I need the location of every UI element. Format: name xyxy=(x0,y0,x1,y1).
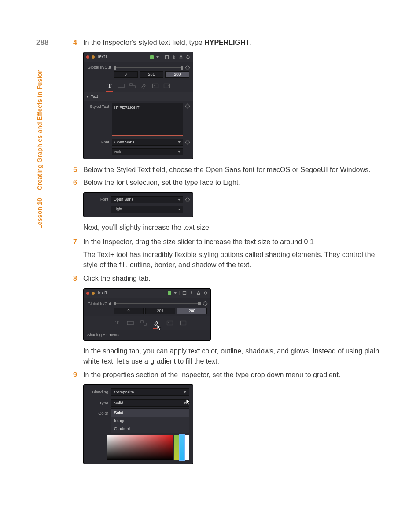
range-start-input[interactable]: 0 xyxy=(114,71,138,78)
pin-icon[interactable] xyxy=(189,291,194,295)
color-picker[interactable] xyxy=(107,435,189,460)
step-number: 6 xyxy=(68,177,83,187)
range-mid-input[interactable]: 201 xyxy=(145,308,175,314)
sidebar-lesson-label: Lesson 10 Creating Graphics and Effects … xyxy=(35,69,44,229)
new-window-icon[interactable] xyxy=(165,55,169,59)
step-4: 4 In the Inspector's styled text field, … xyxy=(68,37,385,48)
image-tab-icon[interactable] xyxy=(152,83,159,89)
panel-title: Text1 xyxy=(97,54,107,60)
svg-rect-4 xyxy=(130,84,132,86)
panel-header: Text1 xyxy=(84,289,210,298)
pin-icon[interactable] xyxy=(172,55,176,59)
shading-tooltip: Shading Elements xyxy=(84,330,210,340)
text-tab-icon[interactable]: T xyxy=(114,320,121,326)
svg-rect-3 xyxy=(118,84,124,88)
weight-select[interactable]: Bold xyxy=(112,148,183,155)
keyframe-icon[interactable] xyxy=(185,104,190,109)
font-select[interactable]: Open Sans xyxy=(111,196,183,203)
type-options-dropdown: Solid Image Gradient xyxy=(111,408,189,433)
cursor-icon xyxy=(186,399,191,406)
range-end-input[interactable]: 200 xyxy=(165,71,189,78)
type-option-gradient[interactable]: Gradient xyxy=(111,425,189,433)
settings-tab-icon[interactable] xyxy=(163,83,170,89)
chevron-down-icon xyxy=(178,141,181,143)
type-option-solid[interactable]: Solid xyxy=(111,409,189,417)
inspector-panel-shading: Text1 Global In/Out 0 201 200 T xyxy=(83,288,211,341)
svg-rect-10 xyxy=(198,293,200,295)
type-select[interactable]: Solid xyxy=(111,399,189,407)
step-8: 8 Click the shading tab. xyxy=(68,273,385,283)
blending-select[interactable]: Composite xyxy=(111,388,189,396)
keyframe-icon[interactable] xyxy=(185,197,190,202)
inspector-panel-text: Text1 Global In/Out 0 201 200 T xyxy=(83,52,193,159)
type-row: Type Solid xyxy=(84,397,193,408)
keyframe-icon[interactable] xyxy=(185,65,190,70)
styled-text-row: Styled Text HYPERLIGHT xyxy=(84,101,193,137)
panel-header: Text1 xyxy=(84,52,193,62)
svg-rect-15 xyxy=(167,321,173,325)
transform-tab-icon[interactable] xyxy=(140,320,147,326)
paragraph: The Text+ tool has incredibly flexible s… xyxy=(83,250,385,270)
disclosure-triangle-icon xyxy=(86,96,89,98)
lock-icon[interactable] xyxy=(196,291,201,295)
text-tab-icon[interactable]: T xyxy=(106,83,113,89)
settings-tab-icon[interactable] xyxy=(180,320,187,326)
content-column: 4 In the Inspector's styled text field, … xyxy=(68,37,385,470)
step-number: 7 xyxy=(68,237,83,247)
hue-slider[interactable] xyxy=(174,435,179,460)
text-section-header[interactable]: Text xyxy=(84,92,193,101)
range-end-input[interactable]: 200 xyxy=(177,308,207,314)
image-tab-icon[interactable] xyxy=(166,320,173,326)
step-9: 9 In the properties section of the Inspe… xyxy=(68,370,385,380)
cursor-icon xyxy=(157,324,162,331)
range-slider[interactable] xyxy=(114,303,201,304)
type-option-image[interactable]: Image xyxy=(111,417,189,425)
keyframe-icon[interactable] xyxy=(203,301,207,306)
weight-select[interactable]: Light xyxy=(111,206,183,213)
blending-label: Blending xyxy=(87,389,108,395)
step-5: 5 Below the Styled Text field, choose th… xyxy=(68,165,385,175)
step-text: In the Inspector's styled text field, ty… xyxy=(83,37,385,48)
alpha-slider[interactable] xyxy=(185,435,189,460)
chevron-down-icon[interactable] xyxy=(174,292,177,294)
step-number: 9 xyxy=(68,370,83,380)
range-slider[interactable] xyxy=(114,67,183,68)
page-number: 288 xyxy=(36,37,48,48)
view-dot-icon[interactable] xyxy=(92,55,95,59)
enable-dot-icon[interactable] xyxy=(86,292,89,295)
view-dot-icon[interactable] xyxy=(92,292,95,295)
panel-title: Text1 xyxy=(97,290,107,297)
weight-row: Light xyxy=(84,205,193,217)
svg-rect-9 xyxy=(183,292,186,295)
color-swatch-icon[interactable] xyxy=(150,55,154,59)
step-7: 7 In the Inspector, drag the size slider… xyxy=(68,237,385,247)
inspector-tab-row: T xyxy=(84,80,193,92)
reset-icon[interactable] xyxy=(186,55,190,59)
range-mid-input[interactable]: 201 xyxy=(140,71,164,78)
range-values: 0 201 200 xyxy=(84,308,210,316)
new-window-icon[interactable] xyxy=(182,291,187,295)
font-row: Font Open Sans xyxy=(84,193,193,205)
keyframe-icon[interactable] xyxy=(185,140,190,145)
layout-tab-icon[interactable] xyxy=(118,83,125,89)
hue-slider-selected[interactable] xyxy=(180,435,184,460)
weight-row: Bold xyxy=(84,147,193,159)
reset-icon[interactable] xyxy=(203,291,208,295)
gradient-area[interactable] xyxy=(107,435,173,460)
layout-tab-icon[interactable] xyxy=(127,320,134,326)
chevron-down-icon xyxy=(178,151,181,153)
color-swatch-icon[interactable] xyxy=(168,291,171,295)
range-start-input[interactable]: 0 xyxy=(114,308,144,314)
transform-tab-icon[interactable] xyxy=(129,83,136,89)
font-select[interactable]: Open Sans xyxy=(112,139,183,146)
global-inout-label: Global In/Out xyxy=(87,301,111,307)
chevron-down-icon[interactable] xyxy=(156,56,159,58)
shading-tab-icon[interactable] xyxy=(140,83,147,89)
styled-text-input[interactable]: HYPERLIGHT xyxy=(112,103,183,136)
enable-dot-icon[interactable] xyxy=(86,55,89,59)
chevron-down-icon xyxy=(178,209,181,210)
lock-icon[interactable] xyxy=(179,55,183,59)
svg-rect-1 xyxy=(180,57,182,59)
range-values: 0 201 200 xyxy=(84,71,193,80)
step-text: In the Inspector, drag the size slider t… xyxy=(83,237,385,247)
